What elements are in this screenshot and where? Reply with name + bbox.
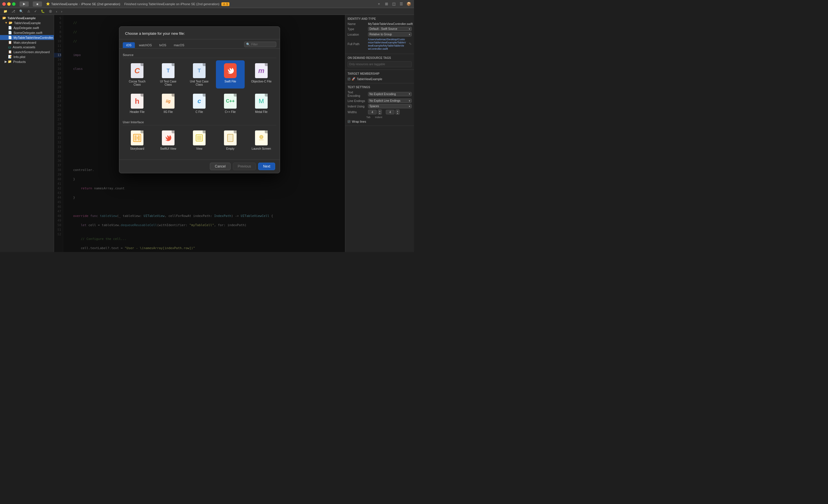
empty-svg bbox=[226, 133, 235, 142]
template-empty[interactable]: Empty bbox=[216, 128, 245, 152]
tab-tvos[interactable]: tvOS bbox=[156, 42, 170, 48]
source-section-title: Source bbox=[123, 52, 276, 58]
target-checkbox[interactable]: ✓ bbox=[347, 78, 350, 81]
tab-decrement-button[interactable]: ▼ bbox=[378, 112, 381, 114]
name-value: MyTableTableViewController.swift bbox=[368, 22, 413, 26]
previous-button[interactable]: Previous bbox=[233, 163, 256, 170]
warning-badge[interactable]: ⚠ 1 bbox=[221, 2, 229, 6]
location-dropdown[interactable]: Relative to Group ▾ bbox=[368, 32, 412, 37]
view-label: View bbox=[196, 147, 202, 150]
filter-box[interactable]: 🔍 bbox=[244, 42, 276, 47]
tab-macos[interactable]: macOS bbox=[170, 42, 188, 48]
indent-row: Indent Using Spaces ▾ bbox=[347, 104, 412, 108]
build-status: Finished running TableViewExample on iPh… bbox=[124, 2, 229, 6]
inspector-icon[interactable]: ☰ bbox=[399, 1, 404, 7]
swift-file-icon bbox=[223, 63, 237, 79]
indent-dropdown[interactable]: Spaces ▾ bbox=[368, 104, 412, 108]
indent-width-input[interactable] bbox=[386, 110, 395, 114]
tab-watchos[interactable]: watchOS bbox=[135, 42, 155, 48]
add-file-icon[interactable]: + bbox=[376, 1, 382, 7]
left-sidebar: 📂 TableViewExample ▼ 📂 TableViewExample … bbox=[0, 15, 54, 252]
template-objc[interactable]: m Objective-C File bbox=[247, 60, 276, 89]
sidebar-item-scenedelegate[interactable]: 📄 SceneDelegate.swift bbox=[0, 30, 54, 35]
encoding-row: Text Encoding No Explicit Encoding ▾ bbox=[347, 91, 412, 97]
issues-icon[interactable]: ⚠ bbox=[26, 9, 31, 13]
breakpoints-icon[interactable]: ⦿ bbox=[48, 9, 53, 13]
template-ui-test[interactable]: T UI Test Case Class bbox=[154, 60, 182, 89]
nav-back-icon[interactable]: ‹ bbox=[55, 9, 58, 13]
type-dropdown[interactable]: Default - Swift Source ▾ bbox=[368, 27, 412, 31]
iig-icon: iig bbox=[161, 93, 175, 109]
template-cpp[interactable]: C++ C++ File bbox=[216, 91, 245, 116]
ui-test-label: UI Test Case Class bbox=[156, 80, 180, 86]
stop-button[interactable]: ■ bbox=[33, 1, 42, 7]
new-file-modal: Choose a template for your new file: iOS… bbox=[119, 27, 280, 173]
sidebar-item-launchscreen[interactable]: 📋 LaunchScreen.storyboard bbox=[0, 49, 54, 54]
git-icon[interactable]: ⎇ bbox=[10, 9, 16, 13]
objc-label: Objective-C File bbox=[251, 80, 272, 83]
breadcrumb: ⭐ TableViewExample › iPhone SE (2nd gene… bbox=[46, 2, 120, 6]
sidebar-item-assets[interactable]: 🗂 Assets.xcassets bbox=[0, 45, 54, 49]
split-icon[interactable]: ◫ bbox=[391, 1, 397, 7]
tab-increment-button[interactable]: ▲ bbox=[378, 110, 381, 112]
next-button[interactable]: Next bbox=[258, 163, 275, 170]
type-row: Type Default - Swift Source ▾ bbox=[347, 27, 412, 31]
indent-decrement-button[interactable]: ▼ bbox=[396, 112, 399, 114]
library-icon[interactable]: 📦 bbox=[406, 1, 412, 7]
encoding-label: Text Encoding bbox=[347, 91, 366, 97]
sidebar-item-appdelegate[interactable]: 📄 AppDelegate.swift bbox=[0, 25, 54, 30]
widths-row: Widths ▲ ▼ ▲ ▼ bbox=[347, 109, 412, 114]
ui-test-icon: T bbox=[161, 63, 175, 79]
tab-width-input[interactable] bbox=[368, 110, 377, 114]
sidebar-item-main-storyboard[interactable]: 📋 Main.storyboard bbox=[0, 40, 54, 45]
template-cocoa-touch[interactable]: C Cocoa Touch Class bbox=[123, 60, 152, 89]
template-metal[interactable]: M Metal File bbox=[247, 91, 276, 116]
test-icon[interactable]: ✓ bbox=[33, 9, 38, 13]
find-icon[interactable]: 🔍 bbox=[18, 9, 25, 13]
template-iig[interactable]: iig IIG File bbox=[154, 91, 182, 116]
indent-increment-button[interactable]: ▲ bbox=[396, 110, 399, 112]
template-storyboard[interactable]: Storyboard bbox=[123, 128, 152, 152]
template-view[interactable]: View bbox=[185, 128, 214, 152]
wrap-lines-checkbox[interactable]: ✓ bbox=[347, 120, 350, 123]
cancel-button[interactable]: Cancel bbox=[210, 163, 230, 170]
sidebar-item-infoplist[interactable]: 📝 Info.plist bbox=[0, 54, 54, 59]
indent-stepper-buttons: ▲ ▼ bbox=[396, 109, 400, 114]
debug-icon[interactable]: 🐛 bbox=[40, 9, 46, 13]
template-header[interactable]: h Header File bbox=[123, 91, 152, 116]
code-editor[interactable]: 5678 9101112 13 1415161718 1920212223 24… bbox=[54, 15, 345, 252]
empty-icon bbox=[223, 130, 237, 146]
maximize-button[interactable] bbox=[12, 2, 15, 6]
main-layout: 📂 TableViewExample ▼ 📂 TableViewExample … bbox=[0, 15, 414, 252]
modal-footer: Cancel Previous Next bbox=[119, 159, 280, 173]
sidebar-item-mytabletableviewcontroller[interactable]: 📄 MyTableTableViewController.swift bbox=[0, 35, 54, 40]
source-section: Source C Cocoa Touch Class bbox=[123, 52, 276, 116]
template-unit-test[interactable]: T Unit Test Case Class bbox=[185, 60, 214, 89]
dropdown-arrow-icon: ▾ bbox=[409, 105, 410, 108]
swift-file-label: Swift File bbox=[224, 80, 236, 83]
fullpath-edit-icon[interactable]: ✎ bbox=[409, 42, 412, 46]
iig-label: IIG File bbox=[164, 110, 173, 113]
project-root[interactable]: 📂 TableViewExample bbox=[0, 15, 54, 20]
tab-ios[interactable]: iOS bbox=[123, 42, 135, 48]
minimize-button[interactable] bbox=[7, 2, 11, 6]
template-c[interactable]: c C File bbox=[185, 91, 214, 116]
filter-input[interactable] bbox=[251, 43, 274, 46]
text-settings-section: Text Settings Text Encoding No Explicit … bbox=[345, 83, 414, 126]
sidebar-item-tableviewexample[interactable]: ▼ 📂 TableViewExample bbox=[0, 20, 54, 25]
template-swift-file[interactable]: Swift File bbox=[216, 60, 245, 89]
line-endings-dropdown[interactable]: No Explicit Line Endings ▾ bbox=[368, 99, 412, 103]
swiftui-icon bbox=[161, 130, 175, 146]
encoding-dropdown[interactable]: No Explicit Encoding ▾ bbox=[368, 92, 412, 96]
launch-label: Launch Screen bbox=[252, 147, 271, 150]
nav-forward-icon[interactable]: › bbox=[60, 9, 64, 13]
wrap-lines-row: ✓ Wrap lines bbox=[347, 120, 412, 123]
template-launch[interactable]: i Launch Screen bbox=[247, 128, 276, 152]
sidebar-item-products[interactable]: ▶ 📁 Products bbox=[0, 59, 54, 64]
folder-icon[interactable]: 📁 bbox=[2, 9, 9, 13]
dropdown-arrow-icon: ▾ bbox=[409, 33, 410, 36]
template-swiftui[interactable]: SwiftUI View bbox=[154, 128, 182, 152]
close-button[interactable] bbox=[2, 2, 6, 6]
layout-icon[interactable]: ⊞ bbox=[383, 1, 389, 7]
run-button[interactable]: ▶ bbox=[19, 1, 29, 7]
